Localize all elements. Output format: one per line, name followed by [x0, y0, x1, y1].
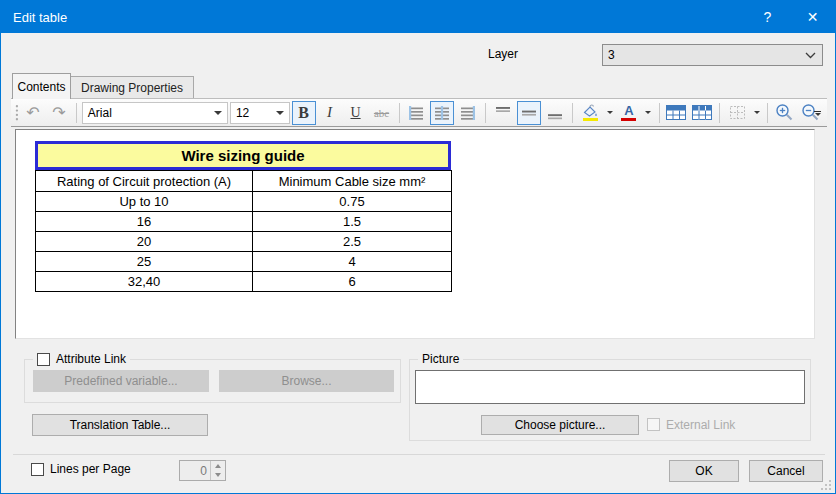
lines-per-page-spinner[interactable]: 0: [179, 460, 226, 481]
browse-button[interactable]: Browse...: [219, 370, 394, 392]
translation-table-button[interactable]: Translation Table...: [32, 414, 208, 436]
zoom-in-icon[interactable]: [773, 101, 797, 125]
font-color-letter: A: [624, 104, 633, 117]
font-size-select[interactable]: 12: [230, 102, 290, 124]
help-icon[interactable]: ?: [745, 1, 790, 33]
toolbar-overflow-icon[interactable]: [811, 102, 824, 124]
undo-icon[interactable]: ↶: [21, 101, 45, 125]
redo-icon[interactable]: ↷: [47, 101, 71, 125]
separator: [399, 103, 400, 123]
table-title-cell[interactable]: Wire sizing guide: [35, 141, 451, 170]
picture-group: Picture Choose picture... External Link: [409, 359, 811, 441]
underline-button[interactable]: U: [344, 101, 368, 125]
chevron-down-icon: [276, 111, 284, 115]
titlebar[interactable]: Edit table ? ✕: [1, 1, 835, 33]
spinner-down-icon[interactable]: [211, 471, 225, 481]
table-row: 16 1.5: [36, 212, 452, 232]
choose-picture-button[interactable]: Choose picture...: [481, 415, 639, 435]
separator: [76, 103, 77, 123]
chevron-down-icon: [607, 111, 613, 114]
valign-middle-icon[interactable]: [517, 101, 541, 125]
table-cell[interactable]: Up to 10: [36, 192, 253, 212]
table-cell[interactable]: 4: [253, 252, 452, 272]
layer-label: Layer: [488, 47, 518, 61]
table-edit-canvas[interactable]: Wire sizing guide Rating of Circuit prot…: [15, 129, 815, 339]
tab-contents[interactable]: Contents: [12, 73, 71, 99]
font-size-value: 12: [231, 106, 274, 120]
column-header[interactable]: Minimum Cable size mm²: [253, 171, 452, 192]
cell-borders-icon[interactable]: [725, 101, 749, 125]
edit-table-dialog: Edit table ? ✕ Layer 3 Contents Drawing …: [0, 0, 836, 494]
column-header[interactable]: Rating of Circuit protection (A): [36, 171, 253, 192]
picture-label: Picture: [422, 352, 459, 366]
attribute-link-checkbox[interactable]: [37, 353, 50, 366]
italic-button[interactable]: I: [318, 101, 342, 125]
align-left-icon[interactable]: [404, 101, 428, 125]
table-cell[interactable]: 25: [36, 252, 253, 272]
fill-color-swatch: [583, 118, 598, 121]
separator: [767, 103, 768, 123]
table-header-row: Rating of Circuit protection (A) Minimum…: [36, 171, 452, 192]
predefined-variable-button[interactable]: Predefined variable...: [33, 370, 209, 392]
chevron-down-icon: [805, 52, 816, 59]
tab-drawing-properties[interactable]: Drawing Properties: [71, 76, 194, 99]
external-link-checkbox[interactable]: [647, 418, 660, 431]
chevron-down-icon: [645, 111, 651, 114]
table-cell[interactable]: 20: [36, 232, 253, 252]
attribute-link-group: Attribute Link Predefined variable... Br…: [24, 359, 401, 403]
merge-cells-icon[interactable]: [664, 101, 688, 125]
table-cell[interactable]: 32,40: [36, 272, 253, 292]
font-family-select[interactable]: Arial: [82, 102, 228, 124]
picture-path-input[interactable]: [415, 370, 805, 404]
fill-color-dropdown[interactable]: [604, 101, 615, 125]
table-row: 20 2.5: [36, 232, 452, 252]
attribute-link-label: Attribute Link: [56, 352, 126, 366]
table-cell[interactable]: 1.5: [253, 212, 452, 232]
separator: [719, 103, 720, 123]
window-title: Edit table: [1, 10, 745, 25]
valign-bottom-icon[interactable]: [543, 101, 567, 125]
chevron-down-icon: [754, 111, 760, 114]
toolbar-grip[interactable]: [15, 104, 19, 122]
resize-grip[interactable]: [821, 480, 832, 491]
table-cell[interactable]: 2.5: [253, 232, 452, 252]
separator: [485, 103, 486, 123]
font-family-value: Arial: [83, 106, 212, 120]
valign-top-icon[interactable]: [491, 101, 515, 125]
close-icon[interactable]: ✕: [790, 1, 835, 33]
spinner-up-icon[interactable]: [211, 461, 225, 471]
table-row: 32,40 6: [36, 272, 452, 292]
font-color-icon[interactable]: A: [617, 101, 641, 125]
separator: [572, 103, 573, 123]
table-row: 25 4: [36, 252, 452, 272]
table-cell[interactable]: 0.75: [253, 192, 452, 212]
fill-color-icon[interactable]: [578, 101, 602, 125]
table-cell[interactable]: 6: [253, 272, 452, 292]
lines-per-page-label: Lines per Page: [50, 462, 131, 476]
ok-button[interactable]: OK: [669, 460, 739, 482]
table-row: Up to 10 0.75: [36, 192, 452, 212]
chevron-down-icon: [214, 111, 222, 115]
font-color-dropdown[interactable]: [643, 101, 654, 125]
lines-per-page-value: 0: [180, 461, 210, 480]
split-cells-icon[interactable]: [690, 101, 714, 125]
separator: [659, 103, 660, 123]
layer-dropdown[interactable]: 3: [602, 44, 823, 66]
wire-sizing-table[interactable]: Rating of Circuit protection (A) Minimum…: [35, 170, 452, 292]
table-cell[interactable]: 16: [36, 212, 253, 232]
strikethrough-button[interactable]: abc: [370, 101, 394, 125]
lines-per-page-checkbox[interactable]: [31, 463, 44, 476]
format-toolbar: ↶ ↷ Arial 12 B I U abc: [11, 98, 827, 127]
font-color-swatch: [621, 118, 636, 121]
footer-separator: [13, 454, 825, 455]
align-center-icon[interactable]: [430, 101, 454, 125]
cancel-button[interactable]: Cancel: [749, 460, 823, 482]
external-link-label: External Link: [666, 418, 735, 432]
bold-button[interactable]: B: [292, 101, 316, 125]
cell-borders-dropdown[interactable]: [751, 101, 762, 125]
layer-value: 3: [603, 48, 805, 62]
align-right-icon[interactable]: [456, 101, 480, 125]
